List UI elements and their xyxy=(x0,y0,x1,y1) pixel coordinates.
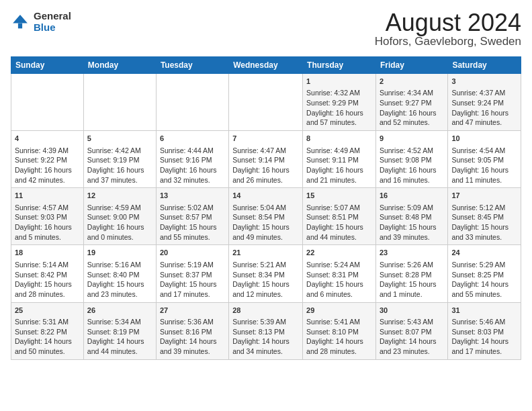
day-info: Sunrise: 4:57 AM xyxy=(15,203,80,213)
day-number: 3 xyxy=(451,77,517,87)
calendar-cell xyxy=(229,74,303,131)
day-info: Daylight: 16 hours and 57 minutes. xyxy=(306,108,372,128)
day-info: Sunset: 9:08 PM xyxy=(380,155,444,165)
day-info: Daylight: 14 hours and 28 minutes. xyxy=(306,336,372,356)
calendar-cell: 30Sunrise: 5:43 AMSunset: 8:07 PMDayligh… xyxy=(375,302,447,359)
header-day-saturday: Saturday xyxy=(448,57,521,74)
day-number: 31 xyxy=(451,306,517,316)
header-day-sunday: Sunday xyxy=(11,57,84,74)
day-info: Sunset: 8:48 PM xyxy=(380,212,444,222)
day-info: Sunrise: 5:07 AM xyxy=(306,203,372,213)
week-row-5: 25Sunrise: 5:31 AMSunset: 8:22 PMDayligh… xyxy=(11,302,521,359)
day-info: Daylight: 15 hours and 28 minutes. xyxy=(15,279,80,299)
header-day-monday: Monday xyxy=(83,57,156,74)
day-number: 27 xyxy=(160,306,225,316)
calendar-cell: 13Sunrise: 5:02 AMSunset: 8:57 PMDayligh… xyxy=(156,188,228,245)
day-info: Daylight: 16 hours and 37 minutes. xyxy=(87,165,152,185)
day-number: 12 xyxy=(87,191,152,201)
calendar-cell: 28Sunrise: 5:39 AMSunset: 8:13 PMDayligh… xyxy=(229,302,303,359)
day-info: Sunrise: 5:16 AM xyxy=(87,260,152,270)
calendar-cell: 15Sunrise: 5:07 AMSunset: 8:51 PMDayligh… xyxy=(303,188,376,245)
day-number: 20 xyxy=(160,248,225,258)
day-info: Sunrise: 5:12 AM xyxy=(451,203,517,213)
day-info: Sunset: 9:16 PM xyxy=(160,155,225,165)
logo-text: General Blue xyxy=(34,11,71,33)
day-info: Sunrise: 5:39 AM xyxy=(232,317,299,327)
day-number: 5 xyxy=(87,134,152,144)
calendar-cell: 23Sunrise: 5:26 AMSunset: 8:28 PMDayligh… xyxy=(375,245,447,302)
day-info: Sunset: 9:03 PM xyxy=(15,212,80,222)
day-info: Sunset: 8:19 PM xyxy=(87,327,152,337)
day-info: Sunrise: 5:02 AM xyxy=(160,203,225,213)
day-info: Sunset: 8:31 PM xyxy=(306,270,372,280)
day-info: Sunrise: 4:47 AM xyxy=(232,146,299,156)
calendar-cell: 4Sunrise: 4:39 AMSunset: 9:22 PMDaylight… xyxy=(11,131,84,188)
calendar-cell: 31Sunrise: 5:46 AMSunset: 8:03 PMDayligh… xyxy=(448,302,521,359)
day-number: 11 xyxy=(15,191,80,201)
week-row-2: 4Sunrise: 4:39 AMSunset: 9:22 PMDaylight… xyxy=(11,131,521,188)
day-info: Daylight: 15 hours and 49 minutes. xyxy=(232,222,299,242)
calendar-cell: 16Sunrise: 5:09 AMSunset: 8:48 PMDayligh… xyxy=(375,188,447,245)
day-number: 13 xyxy=(160,191,225,201)
day-number: 29 xyxy=(306,306,372,316)
day-info: Sunset: 8:13 PM xyxy=(232,327,299,337)
calendar-cell: 20Sunrise: 5:19 AMSunset: 8:37 PMDayligh… xyxy=(156,245,228,302)
day-info: Daylight: 15 hours and 12 minutes. xyxy=(232,279,299,299)
svg-rect-2 xyxy=(18,23,22,28)
day-info: Sunset: 8:34 PM xyxy=(232,270,299,280)
day-info: Sunrise: 5:24 AM xyxy=(306,260,372,270)
calendar-cell: 22Sunrise: 5:24 AMSunset: 8:31 PMDayligh… xyxy=(303,245,376,302)
calendar-cell: 18Sunrise: 5:14 AMSunset: 8:42 PMDayligh… xyxy=(11,245,84,302)
day-info: Sunset: 8:10 PM xyxy=(306,327,372,337)
day-info: Daylight: 14 hours and 50 minutes. xyxy=(15,336,80,356)
calendar-header: SundayMondayTuesdayWednesdayThursdayFrid… xyxy=(11,57,521,74)
day-number: 4 xyxy=(15,134,80,144)
day-number: 24 xyxy=(451,248,517,258)
day-info: Sunset: 8:54 PM xyxy=(232,212,299,222)
day-info: Sunset: 8:45 PM xyxy=(451,212,517,222)
day-info: Sunrise: 4:32 AM xyxy=(306,88,372,98)
calendar-cell: 5Sunrise: 4:42 AMSunset: 9:19 PMDaylight… xyxy=(83,131,156,188)
day-info: Daylight: 16 hours and 16 minutes. xyxy=(380,165,444,185)
day-info: Daylight: 14 hours and 23 minutes. xyxy=(380,336,444,356)
day-number: 6 xyxy=(160,134,225,144)
day-info: Sunset: 8:37 PM xyxy=(160,270,225,280)
day-info: Sunset: 9:29 PM xyxy=(306,98,372,108)
day-info: Sunset: 8:42 PM xyxy=(15,270,80,280)
day-info: Daylight: 16 hours and 0 minutes. xyxy=(87,222,152,242)
calendar-cell: 7Sunrise: 4:47 AMSunset: 9:14 PMDaylight… xyxy=(229,131,303,188)
day-info: Sunrise: 5:46 AM xyxy=(451,317,517,327)
calendar-cell: 8Sunrise: 4:49 AMSunset: 9:11 PMDaylight… xyxy=(303,131,376,188)
calendar-cell: 9Sunrise: 4:52 AMSunset: 9:08 PMDaylight… xyxy=(375,131,447,188)
day-info: Sunrise: 4:44 AM xyxy=(160,146,225,156)
logo: General Blue xyxy=(11,11,71,33)
calendar-cell: 12Sunrise: 4:59 AMSunset: 9:00 PMDayligh… xyxy=(83,188,156,245)
day-number: 25 xyxy=(15,306,80,316)
day-info: Sunset: 8:25 PM xyxy=(451,270,517,280)
day-info: Sunset: 8:07 PM xyxy=(380,327,444,337)
day-info: Daylight: 16 hours and 5 minutes. xyxy=(15,222,80,242)
week-row-3: 11Sunrise: 4:57 AMSunset: 9:03 PMDayligh… xyxy=(11,188,521,245)
day-info: Sunset: 9:22 PM xyxy=(15,155,80,165)
calendar-cell: 11Sunrise: 4:57 AMSunset: 9:03 PMDayligh… xyxy=(11,188,84,245)
calendar-cell: 17Sunrise: 5:12 AMSunset: 8:45 PMDayligh… xyxy=(448,188,521,245)
day-number: 17 xyxy=(451,191,517,201)
day-info: Sunrise: 5:36 AM xyxy=(160,317,225,327)
day-info: Sunrise: 4:42 AM xyxy=(87,146,152,156)
calendar-cell: 24Sunrise: 5:29 AMSunset: 8:25 PMDayligh… xyxy=(448,245,521,302)
day-info: Sunrise: 5:43 AM xyxy=(380,317,444,327)
day-number: 16 xyxy=(380,191,444,201)
day-info: Sunrise: 4:54 AM xyxy=(451,146,517,156)
day-info: Sunset: 8:16 PM xyxy=(160,327,225,337)
day-number: 15 xyxy=(306,191,372,201)
day-info: Sunrise: 5:34 AM xyxy=(87,317,152,327)
day-info: Sunset: 9:05 PM xyxy=(451,155,517,165)
day-info: Sunset: 8:51 PM xyxy=(306,212,372,222)
day-info: Sunset: 9:14 PM xyxy=(232,155,299,165)
day-info: Sunset: 9:00 PM xyxy=(87,212,152,222)
calendar-table: SundayMondayTuesdayWednesdayThursdayFrid… xyxy=(11,56,521,360)
day-info: Sunrise: 4:49 AM xyxy=(306,146,372,156)
header-day-thursday: Thursday xyxy=(303,57,376,74)
title-block: August 2024 Hofors, Gaevleborg, Sweden xyxy=(375,11,521,48)
calendar-cell: 10Sunrise: 4:54 AMSunset: 9:05 PMDayligh… xyxy=(448,131,521,188)
